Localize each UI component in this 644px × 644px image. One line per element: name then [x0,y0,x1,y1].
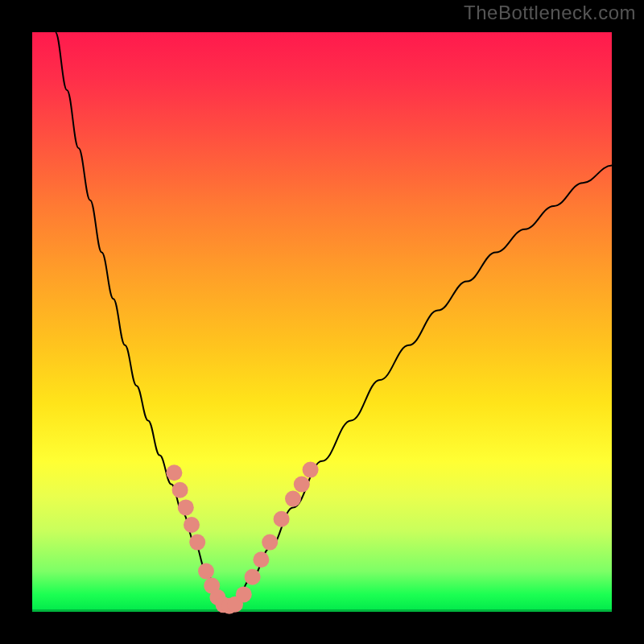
highlight-dot [172,482,188,498]
curve-right-branch [224,166,612,609]
highlight-dots [166,462,318,614]
highlight-dot [189,535,205,551]
highlight-dot [274,511,290,527]
chart-frame: TheBottleneck.com [0,0,644,644]
highlight-dot [285,491,301,507]
highlight-dot [262,535,278,551]
watermark-text: TheBottleneck.com [464,2,636,24]
highlight-dot [166,464,182,481]
highlight-dot [245,569,261,585]
highlight-dot [198,564,214,580]
highlight-dot [184,517,200,533]
chart-svg [32,32,612,612]
highlight-dot [253,551,269,568]
highlight-dot [236,586,252,602]
highlight-dot [178,499,194,515]
highlight-dot [294,477,310,493]
highlight-dot [303,462,319,478]
